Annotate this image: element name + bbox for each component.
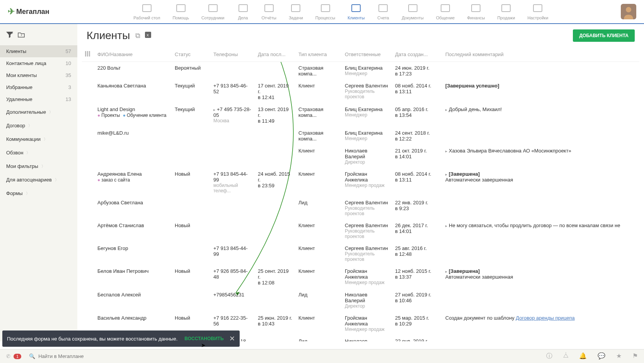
cell-name: mike@L&D.ru bbox=[94, 127, 172, 145]
cell-name: Андреянова Еленазаказ с сайта bbox=[94, 168, 172, 197]
sidebar-category-4[interactable]: Мои фильтры〉 bbox=[0, 159, 77, 173]
logo-icon: ✈ bbox=[8, 7, 15, 17]
cell-created: 22 янв. 2019 г.в 9:24 bbox=[392, 335, 442, 341]
svg-rect-4 bbox=[265, 5, 273, 12]
nav-icon bbox=[439, 3, 451, 14]
column-settings-icon[interactable] bbox=[82, 47, 94, 62]
filter-icon[interactable]: + bbox=[6, 32, 13, 39]
table-row[interactable]: Артёмов Станислав Новый Клиент Сергеев В… bbox=[82, 219, 639, 242]
nav-item-6[interactable]: Процессы bbox=[315, 3, 335, 20]
nav-item-0[interactable]: Рабочий стол bbox=[133, 3, 160, 20]
column-header[interactable]: Дата посл... bbox=[255, 47, 295, 62]
table-row[interactable]: Беспалов Алексей +7985456231 Лид Николае… bbox=[82, 289, 639, 312]
add-folder-icon[interactable]: + bbox=[18, 32, 25, 39]
nav-item-13[interactable]: Настройки bbox=[527, 3, 548, 20]
cell-last: 25 сент. 2019 г.в 12:08 bbox=[255, 265, 295, 289]
add-client-button[interactable]: ДОБАВИТЬ КЛИЕНТА bbox=[573, 29, 635, 42]
column-header[interactable]: Ответственные bbox=[342, 47, 392, 62]
chevron-right-icon[interactable]: ▸ bbox=[445, 224, 447, 228]
nav-icon bbox=[319, 3, 332, 14]
chevron-right-icon[interactable]: ▸ bbox=[445, 269, 447, 274]
sidebar-filter-4[interactable]: Удаленные13 bbox=[0, 93, 77, 105]
svg-rect-8 bbox=[379, 5, 387, 12]
nav-item-8[interactable]: Счета bbox=[377, 3, 389, 20]
toast-restore-button[interactable]: ВОССТАНОВИТЬ bbox=[184, 336, 223, 341]
cell-phone: +7985456231 bbox=[210, 289, 255, 312]
table-row[interactable]: Каньянова Светлана Текущий +7 913 845-46… bbox=[82, 80, 639, 103]
column-header[interactable]: Телефоны bbox=[210, 47, 255, 62]
category-label: Обзвон bbox=[6, 150, 23, 156]
cell-status bbox=[172, 289, 210, 312]
chevron-right-icon: 〉 bbox=[44, 137, 48, 142]
cell-status: Текущий bbox=[172, 103, 210, 127]
export-icon[interactable]: X bbox=[144, 31, 152, 41]
logo[interactable]: ✈ Мегаплан bbox=[8, 7, 49, 17]
svg-rect-5 bbox=[291, 5, 300, 12]
nav-item-1[interactable]: Помощь bbox=[172, 3, 189, 20]
cell-type: Страховая компа... bbox=[295, 62, 342, 80]
chevron-right-icon[interactable]: ▸ bbox=[213, 108, 215, 112]
nav-item-9[interactable]: Документы bbox=[402, 3, 424, 20]
column-header[interactable]: Тип клиента bbox=[295, 47, 342, 62]
chevron-right-icon[interactable]: ▸ bbox=[445, 172, 447, 176]
svg-rect-6 bbox=[321, 5, 330, 12]
sidebar-filter-0[interactable]: Клиенты57 bbox=[0, 45, 77, 57]
column-header[interactable]: Статус bbox=[172, 47, 210, 62]
table-row[interactable]: Бегунов Егор +7 913 845-44-99 Клиент Сер… bbox=[82, 242, 639, 265]
sidebar-category-3[interactable]: Обзвон〉 bbox=[0, 146, 77, 159]
chevron-right-icon[interactable]: ▸ bbox=[445, 108, 447, 112]
table-row[interactable]: Клиент Николаев ВалерийДиректор 21 окт. … bbox=[82, 145, 639, 168]
cell-status: Новый bbox=[172, 265, 210, 289]
table-row[interactable]: 220 Вольт Вероятный Страховая компа... Б… bbox=[82, 62, 639, 80]
table-row[interactable]: Белов Иван Петрович Новый +7 926 855-84-… bbox=[82, 265, 639, 289]
cell-phone bbox=[210, 197, 255, 219]
cell-resp: Николаев ВалерийДиректор bbox=[342, 335, 392, 341]
nav-label: Сотрудники bbox=[201, 15, 225, 20]
main: + + Клиенты57Контактные лица10Мои клиент… bbox=[0, 24, 644, 341]
nav-item-12[interactable]: Продажи bbox=[497, 3, 515, 20]
svg-rect-3 bbox=[239, 5, 247, 12]
filter-label: Контактные лица bbox=[6, 60, 46, 66]
cell-resp: Блиц ЕкатеринаМенеджер bbox=[342, 127, 392, 145]
cell-type: Страховая компа... bbox=[295, 127, 342, 145]
link[interactable]: Договор аренды прицепа bbox=[516, 315, 574, 321]
nav-item-11[interactable]: Финансы bbox=[467, 3, 485, 20]
cell-created: 26 дек. 2017 г.в 14:01 bbox=[392, 219, 442, 242]
nav-item-3[interactable]: Дела bbox=[237, 3, 249, 20]
sidebar-category-5[interactable]: Для автосценариев〉 bbox=[0, 173, 77, 187]
sidebar-category-0[interactable]: Дополнительные〉 bbox=[0, 105, 77, 119]
cell-comment bbox=[442, 197, 639, 219]
nav-item-10[interactable]: Общение bbox=[436, 3, 455, 20]
close-icon[interactable]: ✕ bbox=[229, 334, 235, 341]
cell-status bbox=[172, 145, 210, 168]
table-row[interactable]: Light and DesignПроекты Обучение клиента… bbox=[82, 103, 639, 127]
nav-label: Дела bbox=[238, 15, 248, 20]
column-header[interactable]: Дата создан... bbox=[392, 47, 442, 62]
sidebar-category-1[interactable]: Договор〉 bbox=[0, 119, 77, 132]
column-header[interactable]: Последний комментарий bbox=[442, 47, 639, 62]
sidebar-filter-3[interactable]: Избранные3 bbox=[0, 81, 77, 93]
cell-comment: ▸Не могу связаться, чтобы продлить догов… bbox=[442, 219, 639, 242]
nav-item-5[interactable]: Задачи bbox=[289, 3, 303, 20]
table-row[interactable]: Андреянова Еленазаказ с сайта Новый +7 9… bbox=[82, 168, 639, 197]
sidebar-filter-2[interactable]: Мои клиенты35 bbox=[0, 69, 77, 81]
chevron-right-icon[interactable]: ▸ bbox=[445, 149, 447, 153]
copy-icon[interactable]: ⧉ bbox=[135, 32, 140, 40]
nav-item-4[interactable]: Отчёты bbox=[262, 3, 276, 20]
nav-item-2[interactable]: Сотрудники bbox=[201, 3, 225, 20]
sidebar-category-6[interactable]: Формы〉 bbox=[0, 187, 77, 200]
cell-comment bbox=[442, 289, 639, 312]
nav-item-7[interactable]: Клиенты bbox=[348, 3, 365, 20]
cell-comment bbox=[442, 242, 639, 265]
sidebar-category-2[interactable]: Коммуникации〉 bbox=[0, 132, 77, 146]
cell-resp: Сергеев ВалентинРуководитель проектов bbox=[342, 242, 392, 265]
column-header[interactable]: ФИО/Название bbox=[94, 47, 172, 62]
table-row[interactable]: mike@L&D.ru Страховая компа... Блиц Екат… bbox=[82, 127, 639, 145]
cell-last bbox=[255, 145, 295, 168]
table-wrapper[interactable]: ФИО/НазваниеСтатусТелефоныДата посл...Ти… bbox=[77, 47, 644, 341]
avatar[interactable] bbox=[621, 4, 636, 19]
filter-count: 57 bbox=[66, 48, 71, 54]
filter-count: 35 bbox=[66, 72, 71, 78]
sidebar-filter-1[interactable]: Контактные лица10 bbox=[0, 57, 77, 69]
table-row[interactable]: Арбузова Светлана Лид Сергеев ВалентинРу… bbox=[82, 197, 639, 219]
